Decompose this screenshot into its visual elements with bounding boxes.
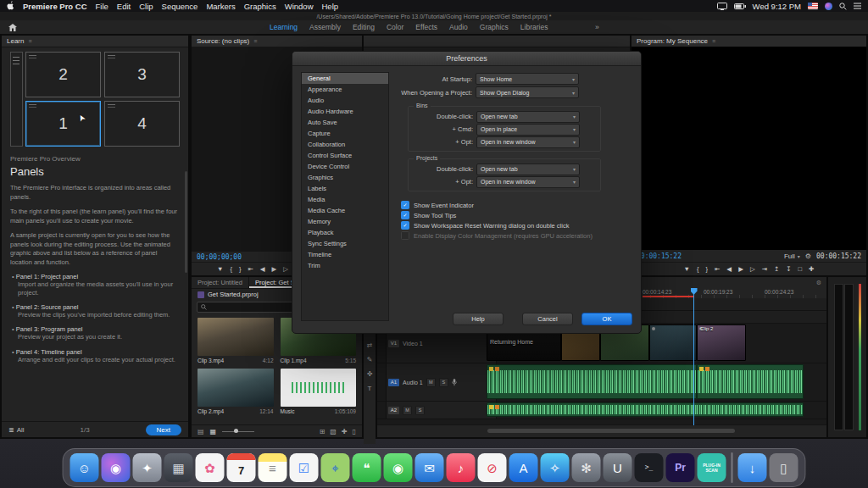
step-forward-icon[interactable]: ▷: [283, 266, 288, 273]
preference-category[interactable]: Device Control: [302, 161, 388, 172]
photos[interactable]: ✿: [196, 453, 225, 482]
preference-category[interactable]: Auto Save: [302, 117, 388, 128]
facetime[interactable]: ◉: [384, 453, 413, 482]
play-icon[interactable]: ▶: [738, 266, 743, 273]
source-panel-title[interactable]: Source: (no clips): [197, 37, 249, 45]
project-clip[interactable]: Clip 2.mp4 12:14: [198, 369, 274, 414]
filter-icon[interactable]: ≣: [8, 426, 14, 434]
program-panel-title[interactable]: Program: My Sequence: [637, 37, 708, 45]
preference-category[interactable]: Sync Settings: [302, 238, 388, 249]
clip-name[interactable]: Clip 1.mp4: [281, 358, 307, 363]
track-v1-badge[interactable]: V1: [388, 340, 399, 347]
preference-category[interactable]: Media: [302, 194, 388, 205]
mark-out-icon[interactable]: }: [239, 266, 242, 273]
preference-category[interactable]: Collaboration: [302, 139, 388, 150]
find-icon[interactable]: ▧: [330, 428, 337, 435]
list-view-icon[interactable]: ▤: [198, 428, 204, 435]
settings-wrench-icon[interactable]: ⚙: [805, 252, 811, 260]
menu-item[interactable]: Markers: [206, 2, 235, 11]
program-zoom-select[interactable]: Full ▾: [784, 252, 800, 260]
preference-category[interactable]: Timeline: [302, 249, 388, 260]
add-marker-icon[interactable]: ▼: [217, 266, 223, 273]
plugin-scan[interactable]: PLUG-IN SCAN: [698, 453, 726, 482]
cancel-button[interactable]: Cancel: [522, 313, 573, 325]
reminders[interactable]: ☑: [290, 453, 319, 482]
button-editor-icon[interactable]: ✚: [809, 266, 814, 273]
mail[interactable]: ✉: [415, 453, 444, 482]
icon-view-icon[interactable]: ▦: [210, 428, 217, 435]
menu-item[interactable]: Sequence: [162, 2, 198, 11]
calendar[interactable]: 7: [227, 453, 256, 482]
apple-menu-icon[interactable]: [7, 1, 14, 12]
terminal[interactable]: >_: [635, 453, 664, 482]
video-clip[interactable]: Clip 2: [697, 324, 746, 361]
mic-icon[interactable]: [452, 379, 457, 386]
system-preferences[interactable]: ✻: [572, 453, 601, 482]
learn-scrollbar[interactable]: [185, 171, 187, 273]
lift-icon[interactable]: ↥: [774, 266, 779, 273]
source-current-timecode[interactable]: 00;00;00;00: [197, 253, 242, 261]
step-forward-icon[interactable]: ▷: [750, 266, 755, 273]
menu-item[interactable]: Window: [285, 2, 314, 11]
mission-control[interactable]: ▦: [164, 453, 193, 482]
preference-category[interactable]: Playback: [302, 227, 388, 238]
preference-category[interactable]: Capture: [302, 128, 388, 139]
workspace-tab[interactable]: Audio: [449, 23, 468, 31]
panel-menu-icon[interactable]: ≡: [712, 38, 715, 44]
menu-item[interactable]: Help: [322, 2, 339, 11]
solo-button[interactable]: S: [439, 378, 448, 387]
utilities[interactable]: U: [604, 453, 632, 482]
setting-dropdown[interactable]: Open new tab ▾: [476, 111, 580, 123]
next-button[interactable]: Next: [146, 424, 181, 435]
checkbox-box[interactable]: ✓: [401, 231, 409, 240]
audio-clip[interactable]: [697, 364, 804, 399]
setting-dropdown[interactable]: Show Home ▾: [476, 73, 579, 85]
clip-name[interactable]: Clip 3.mp4: [198, 358, 224, 363]
preference-checkbox[interactable]: ✓ Show Workspace Reset Warning dialog on…: [401, 220, 634, 230]
program-current-timecode[interactable]: 00:00:15:22: [637, 252, 682, 260]
mute-button[interactable]: M: [426, 378, 436, 387]
workspace-tab[interactable]: Effects: [415, 23, 437, 31]
track-a1-header[interactable]: A1 Audio 1 M S: [377, 363, 497, 401]
thumbnail-zoom-slider[interactable]: [222, 431, 254, 432]
go-to-out-icon[interactable]: ⇥: [762, 266, 767, 273]
setting-dropdown[interactable]: Open new tab ▾: [476, 164, 580, 175]
input-language-flag-icon[interactable]: [808, 3, 818, 9]
all-lessons-link[interactable]: All: [17, 426, 25, 434]
preference-checkbox[interactable]: ✓ Show Event Indicator: [401, 200, 634, 210]
step-back-icon[interactable]: ◀: [726, 266, 732, 273]
preference-checkbox[interactable]: ✓ Show Tool Tips: [401, 210, 634, 220]
notification-center-icon[interactable]: [854, 3, 861, 9]
workspace-tab[interactable]: Color: [387, 23, 403, 31]
preference-category[interactable]: Appearance: [302, 84, 388, 95]
preference-category[interactable]: Graphics: [302, 172, 388, 183]
battery-icon[interactable]: [734, 3, 746, 9]
track-a2-header[interactable]: A2 M S: [377, 402, 497, 419]
checkbox-box[interactable]: ✓: [401, 201, 409, 209]
preference-category[interactable]: Trim: [302, 260, 388, 271]
export-frame-icon[interactable]: □: [798, 266, 803, 273]
siri[interactable]: ◉: [102, 453, 131, 482]
play-icon[interactable]: ▶: [271, 266, 276, 273]
solo-button[interactable]: S: [415, 406, 425, 415]
messages[interactable]: ❝: [353, 453, 381, 482]
video-clip[interactable]: [649, 324, 697, 361]
workspace-overflow-icon[interactable]: »: [595, 23, 599, 31]
preference-category[interactable]: Control Surface: [302, 150, 388, 161]
timeline-settings-icon[interactable]: ⚙: [816, 280, 821, 286]
launchpad[interactable]: ✦: [133, 453, 162, 482]
menu-item[interactable]: Graphics: [244, 2, 276, 11]
workspace-tab[interactable]: Editing: [353, 23, 375, 31]
setting-dropdown[interactable]: Show Open Dialog ▾: [476, 86, 579, 98]
panel-menu-icon[interactable]: ≡: [253, 38, 257, 44]
preference-checkbox[interactable]: ✓ Enable Display Color Management (requi…: [401, 230, 634, 241]
project-clip[interactable]: Music 1:05:109: [281, 369, 357, 414]
track-a1-badge[interactable]: A1: [388, 379, 399, 386]
music[interactable]: ♪: [447, 453, 476, 482]
setting-dropdown[interactable]: Open in new window ▾: [476, 176, 580, 188]
menu-item[interactable]: Clip: [139, 2, 153, 11]
checkbox-box[interactable]: ✓: [401, 221, 409, 230]
app-store[interactable]: A: [509, 453, 538, 482]
help-button[interactable]: Help: [453, 313, 504, 325]
project-clip[interactable]: Clip 3.mp4 4:12: [198, 318, 274, 363]
